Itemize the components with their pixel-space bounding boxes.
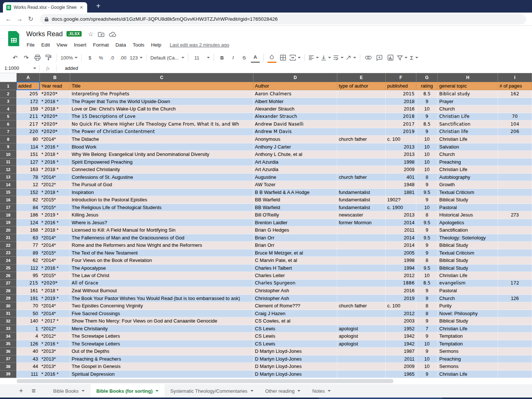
cell[interactable]: 95 bbox=[17, 272, 40, 280]
cell[interactable]: Textual Criticism bbox=[438, 249, 498, 257]
text-color-button[interactable]: A bbox=[251, 53, 260, 63]
row-number[interactable]: 14 bbox=[0, 181, 17, 189]
cell[interactable]: The Book Your Pastor Wishes You Would Re… bbox=[70, 295, 253, 303]
cell[interactable]: 104 bbox=[498, 120, 532, 128]
last-edit-link[interactable]: Last edit was 2 minutes ago bbox=[170, 42, 229, 48]
cell[interactable]: 2018 bbox=[386, 98, 416, 106]
cell[interactable]: Church bbox=[438, 295, 498, 303]
cell[interactable]: # of pages bbox=[498, 82, 532, 90]
cell[interactable]: 2009 bbox=[386, 166, 416, 174]
cell[interactable]: The 15 Descriptions of Love bbox=[70, 113, 253, 121]
cell[interactable]: * 2017 * bbox=[40, 317, 70, 325]
cell[interactable]: 89 bbox=[17, 249, 40, 257]
cell[interactable]: 9.5 bbox=[416, 219, 438, 227]
cell[interactable] bbox=[498, 272, 532, 280]
cell[interactable]: 9 bbox=[416, 113, 438, 121]
cell[interactable]: * 2016 * bbox=[40, 340, 70, 348]
url-field[interactable]: docs.google.com/spreadsheets/d/1GzMUF-3Q… bbox=[40, 14, 526, 24]
cell[interactable]: 10 bbox=[416, 272, 438, 280]
cell[interactable]: The Screwtape Letters bbox=[70, 340, 253, 348]
cell[interactable]: 2005 bbox=[386, 249, 416, 257]
row-number[interactable]: 2 bbox=[0, 90, 17, 98]
cell[interactable]: B B Warfield & A A Hodge bbox=[253, 189, 337, 197]
cell[interactable]: Preaching bbox=[438, 355, 498, 363]
reload-icon[interactable]: ↻ bbox=[25, 15, 36, 23]
sheet-tab[interactable]: Bible Books bbox=[47, 384, 91, 398]
cell[interactable]: Sermons bbox=[438, 348, 498, 355]
cell[interactable]: 4 bbox=[17, 332, 40, 340]
cell[interactable] bbox=[337, 226, 386, 234]
cell[interactable]: *2013* bbox=[40, 355, 70, 363]
cell[interactable] bbox=[337, 280, 386, 287]
cell[interactable]: Interpreting the Prophets bbox=[70, 90, 253, 98]
cell[interactable]: Show Them No Mercy: Four Views on God an… bbox=[70, 317, 253, 325]
cell[interactable]: Biblical Study bbox=[438, 257, 498, 265]
cell[interactable] bbox=[498, 158, 532, 166]
cell[interactable]: * 2018 * bbox=[40, 287, 70, 295]
borders-icon[interactable] bbox=[279, 53, 287, 62]
cell[interactable]: 8.5 bbox=[416, 120, 438, 128]
cell[interactable]: 2014 bbox=[386, 242, 416, 249]
fill-color-icon[interactable] bbox=[267, 53, 276, 63]
cell[interactable]: 84 bbox=[17, 204, 40, 212]
cell[interactable]: Growth bbox=[438, 181, 498, 189]
cell[interactable] bbox=[337, 265, 386, 272]
cell[interactable]: 217 bbox=[17, 120, 40, 128]
cell[interactable]: 168 bbox=[17, 226, 40, 234]
cell[interactable]: 127 bbox=[17, 158, 40, 166]
strikethrough-button[interactable]: S bbox=[240, 53, 249, 62]
cell[interactable]: 1 bbox=[17, 325, 40, 333]
row-number[interactable]: 4 bbox=[0, 105, 17, 113]
cell[interactable] bbox=[498, 287, 532, 295]
cell[interactable]: Christian Life bbox=[438, 325, 498, 333]
cell[interactable]: Bruce M Metzger, et al bbox=[253, 249, 337, 257]
cell[interactable] bbox=[337, 120, 386, 128]
cell[interactable]: 63 bbox=[17, 234, 40, 242]
cell[interactable] bbox=[498, 325, 532, 333]
cell[interactable]: 9 bbox=[416, 287, 438, 295]
cell[interactable]: BB Warfield bbox=[253, 204, 337, 212]
cell[interactable]: *2020* bbox=[40, 280, 70, 287]
increase-decimals-button[interactable]: .00 bbox=[119, 53, 127, 62]
cell[interactable]: apologist bbox=[337, 332, 386, 340]
cell[interactable]: 40 bbox=[17, 348, 40, 355]
cell[interactable] bbox=[337, 98, 386, 106]
cell[interactable]: Introduction to the Pastoral Epistles bbox=[70, 196, 253, 204]
cell[interactable]: 70 bbox=[498, 113, 532, 121]
cell[interactable]: 8.5 bbox=[416, 280, 438, 287]
cell[interactable]: 2015 bbox=[386, 90, 416, 98]
cell[interactable]: 9 bbox=[416, 295, 438, 303]
row-number[interactable]: 13 bbox=[0, 174, 17, 181]
all-sheets-button[interactable]: ≡ bbox=[27, 384, 40, 398]
cell[interactable]: 8 bbox=[416, 211, 438, 219]
cell[interactable]: 9 bbox=[416, 249, 438, 257]
cell[interactable]: 2016 bbox=[386, 287, 416, 295]
cell[interactable]: *2020* bbox=[40, 120, 70, 128]
column-header-D[interactable]: D bbox=[253, 73, 337, 82]
cell[interactable]: Brian G Hedges bbox=[253, 226, 337, 234]
cell[interactable] bbox=[498, 204, 532, 212]
cell[interactable] bbox=[337, 234, 386, 242]
cell[interactable] bbox=[498, 242, 532, 249]
cell[interactable]: The Religious Life of Theological Studen… bbox=[70, 204, 253, 212]
cell[interactable]: Inspiration bbox=[70, 189, 253, 197]
row-number[interactable]: 35 bbox=[0, 340, 17, 348]
cell[interactable]: 80 bbox=[17, 136, 40, 143]
cell[interactable]: Christian Life bbox=[438, 136, 498, 143]
cell[interactable]: 1952 bbox=[386, 325, 416, 333]
cell[interactable]: 211 bbox=[17, 113, 40, 121]
cell[interactable]: Biblical study bbox=[438, 90, 498, 98]
new-tab-button[interactable]: + bbox=[93, 1, 103, 11]
cell[interactable]: 2013 bbox=[386, 211, 416, 219]
cell[interactable]: Craig J Hazen bbox=[253, 310, 337, 318]
cell[interactable]: *2014* bbox=[40, 136, 70, 143]
cell[interactable]: Licensed to Kill: A Field Manual for Mor… bbox=[70, 226, 253, 234]
row-number[interactable]: 24 bbox=[0, 257, 17, 265]
column-header-H[interactable]: H bbox=[438, 73, 498, 82]
cell[interactable]: 9.5 bbox=[416, 234, 438, 242]
cell[interactable]: Andrew M Davis bbox=[253, 128, 337, 136]
cell[interactable]: 50 bbox=[17, 310, 40, 318]
italic-button[interactable]: I bbox=[229, 53, 238, 62]
cell[interactable]: 186 bbox=[17, 211, 40, 219]
cell[interactable] bbox=[498, 98, 532, 106]
